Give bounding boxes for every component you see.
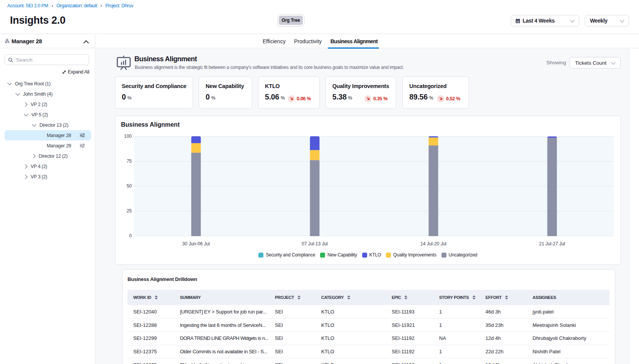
svg-text:07 Jul-13 Jul: 07 Jul-13 Jul <box>302 241 328 246</box>
svg-text:21 Jul-27 Jul: 21 Jul-27 Jul <box>539 241 565 246</box>
svg-text:50: 50 <box>127 183 132 189</box>
svg-text:100: 100 <box>124 134 132 139</box>
svg-text:14 Jul-20 Jul: 14 Jul-20 Jul <box>420 241 446 246</box>
svg-text:25: 25 <box>127 208 132 214</box>
svg-text:0: 0 <box>129 233 132 238</box>
svg-text:75: 75 <box>127 158 132 164</box>
svg-text:30 Jun-06 Jul: 30 Jun-06 Jul <box>182 241 210 246</box>
